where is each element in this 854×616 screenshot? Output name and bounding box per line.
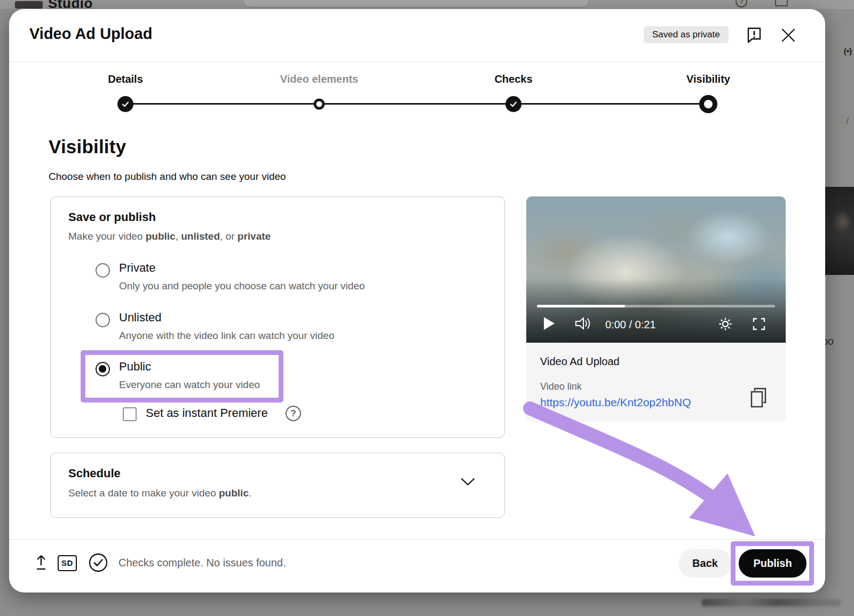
schedule-title: Schedule: [68, 467, 121, 480]
settings-button[interactable]: [718, 317, 732, 333]
video-upload-dialog: Video Ad Upload Saved as private Details…: [9, 9, 825, 593]
desc-part: , or: [220, 231, 238, 242]
background-search-input: [243, 0, 590, 7]
step-details-node[interactable]: [117, 96, 133, 112]
check-icon: [509, 100, 518, 108]
footer-divider: [9, 539, 825, 540]
desc-part: .: [249, 487, 251, 499]
step-visibility-node[interactable]: [699, 95, 717, 113]
schedule-card[interactable]: Schedule Select a date to make your vide…: [50, 453, 505, 518]
background-thumbnail: [825, 187, 854, 275]
video-player[interactable]: 0:00 / 0:21: [526, 196, 786, 343]
check-icon: [121, 100, 130, 108]
fullscreen-button[interactable]: [753, 318, 765, 333]
radio-private-label: Private: [119, 261, 155, 275]
step-video-elements-node[interactable]: [314, 99, 325, 110]
checks-status-icon: [88, 552, 108, 575]
studio-logo-text: Studio: [48, 0, 93, 9]
publish-button[interactable]: Publish: [739, 549, 806, 578]
radio-unlisted[interactable]: [96, 313, 110, 327]
public-highlight-box: [81, 350, 283, 402]
background-create-icon: [775, 0, 788, 6]
desc-bold: public: [146, 231, 176, 242]
header-divider: [9, 61, 825, 62]
video-link-label: Video link: [540, 381, 582, 392]
volume-button[interactable]: [575, 317, 592, 332]
background-bottom-text: [702, 599, 841, 606]
player-shade: [526, 279, 786, 343]
desc-bold: unlisted: [181, 231, 220, 242]
radio-private[interactable]: [96, 263, 110, 278]
video-title: Video Ad Upload: [540, 356, 620, 368]
step-details-label: Details: [108, 73, 143, 85]
player-progress-bar[interactable]: [537, 305, 775, 307]
radio-unlisted-label: Unlisted: [119, 311, 161, 325]
schedule-description: Select a date to make your video public.: [68, 487, 251, 499]
radio-private-description: Only you and people you choose can watch…: [119, 280, 365, 292]
expand-schedule-button[interactable]: [461, 478, 475, 488]
card-description: Make your video public, unlisted, or pri…: [68, 231, 271, 242]
back-button[interactable]: Back: [678, 549, 732, 578]
gear-icon: [718, 317, 732, 331]
radio-public-description: Everyone can watch your video: [119, 379, 260, 391]
saved-status-badge: Saved as private: [644, 26, 729, 43]
card-title: Save or publish: [68, 210, 156, 224]
video-preview-panel: 0:00 / 0:21 Video Ad Upload Video link h…: [526, 196, 786, 422]
step-visibility-label: Visibility: [686, 73, 730, 85]
desc-part: Select a date to make your video: [68, 487, 219, 499]
page-title: Visibility: [49, 136, 126, 157]
desc-bold: public: [219, 487, 249, 499]
page: { "backdrop": { "studio_logo": "Studio",…: [0, 0, 854, 616]
radio-unlisted-description: Anyone with the video link can watch you…: [119, 330, 334, 342]
background-topbar: Studio ?: [0, 0, 854, 9]
fullscreen-icon: [753, 318, 765, 330]
live-icon: (•): [844, 46, 852, 56]
page-subtitle: Choose when to publish and who can see y…: [49, 171, 286, 183]
feedback-icon: [746, 26, 763, 43]
copy-icon: [749, 388, 768, 409]
checks-status-text: Checks complete. No issues found.: [118, 557, 286, 569]
radio-public-label: Public: [119, 360, 151, 374]
desc-part: Make your video: [68, 231, 146, 242]
save-or-publish-card: Save or publish Make your video public, …: [50, 196, 505, 438]
desc-part: ,: [176, 231, 181, 242]
play-icon: [543, 317, 555, 330]
player-progress-buffered: [537, 305, 625, 307]
copy-link-button[interactable]: [749, 388, 768, 409]
background-slash: /: [846, 116, 849, 127]
premiere-help-icon[interactable]: ?: [286, 406, 301, 421]
play-button[interactable]: [543, 317, 555, 333]
stepper-line: [125, 103, 708, 105]
dialog-title: Video Ad Upload: [29, 25, 152, 43]
sd-quality-badge: SD: [58, 555, 77, 571]
check-circle-icon: [88, 552, 108, 573]
step-checks-node[interactable]: [505, 96, 521, 112]
video-info-panel: Video Ad Upload Video link https://youtu…: [526, 343, 786, 422]
upload-icon: [33, 554, 49, 571]
feedback-button[interactable]: [746, 26, 763, 43]
upload-status-icon: [33, 554, 49, 573]
video-link-url[interactable]: https://youtu.be/Knt2op2hbNQ: [540, 396, 691, 409]
volume-icon: [575, 317, 592, 330]
youtube-logo: [15, 1, 43, 9]
player-time: 0:00 / 0:21: [605, 319, 656, 331]
step-checks-label: Checks: [494, 73, 532, 85]
chevron-down-icon: [461, 478, 475, 486]
background-help-icon: ?: [736, 0, 747, 7]
desc-bold: private: [238, 231, 271, 242]
step-video-elements-label: Video elements: [280, 73, 358, 85]
instant-premiere-checkbox[interactable]: [123, 407, 137, 421]
radio-public[interactable]: [96, 362, 110, 376]
background-right-strip: (•) /: [825, 9, 854, 616]
instant-premiere-label: Set as instant Premiere: [146, 406, 268, 420]
close-button[interactable]: [780, 27, 797, 44]
close-icon: [780, 27, 797, 44]
